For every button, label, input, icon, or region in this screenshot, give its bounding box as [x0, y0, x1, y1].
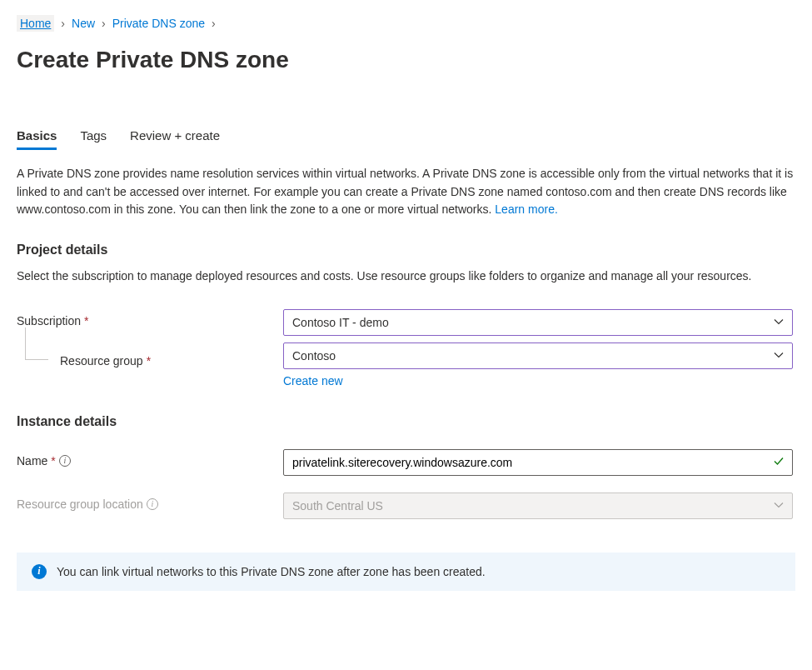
- location-select: South Central US: [283, 492, 793, 519]
- tab-basics[interactable]: Basics: [17, 123, 57, 150]
- tab-review-create[interactable]: Review + create: [130, 123, 220, 150]
- location-label: Resource group location i: [17, 492, 283, 511]
- breadcrumb-home[interactable]: Home: [17, 15, 54, 32]
- breadcrumb-private-dns-zone[interactable]: Private DNS zone: [112, 17, 205, 30]
- resource-group-label: Resource group *: [17, 342, 283, 374]
- chevron-right-icon: ›: [102, 17, 106, 30]
- indent-line-icon: [17, 348, 57, 374]
- breadcrumb: Home › New › Private DNS zone ›: [17, 15, 795, 32]
- project-details-heading: Project details: [17, 242, 795, 258]
- name-input[interactable]: [283, 449, 793, 476]
- subscription-row: Subscription * Contoso IT - demo: [17, 309, 795, 336]
- chevron-down-icon: [774, 316, 784, 329]
- zone-description: A Private DNS zone provides name resolut…: [17, 165, 795, 219]
- subscription-label: Subscription *: [17, 309, 283, 328]
- name-row: Name * i: [17, 449, 795, 476]
- resource-group-row: Resource group * Contoso Create new: [17, 342, 795, 388]
- name-label-text: Name: [17, 454, 47, 468]
- checkmark-icon: [773, 455, 785, 469]
- required-asterisk: *: [51, 454, 55, 468]
- location-label-text: Resource group location: [17, 498, 143, 511]
- resource-group-label-text: Resource group: [60, 354, 143, 368]
- info-banner-text: You can link virtual networks to this Pr…: [57, 565, 486, 578]
- location-value: South Central US: [292, 499, 383, 512]
- location-row: Resource group location i South Central …: [17, 492, 795, 519]
- description-text: A Private DNS zone provides name resolut…: [17, 167, 793, 216]
- name-label: Name * i: [17, 449, 283, 468]
- chevron-right-icon: ›: [61, 17, 65, 30]
- chevron-down-icon: [774, 499, 784, 512]
- required-asterisk: *: [147, 354, 151, 368]
- info-icon[interactable]: i: [147, 498, 158, 510]
- subscription-select[interactable]: Contoso IT - demo: [283, 309, 793, 336]
- subscription-label-text: Subscription: [17, 314, 81, 328]
- subscription-value: Contoso IT - demo: [292, 316, 389, 329]
- info-banner-icon: i: [32, 564, 47, 579]
- info-banner: i You can link virtual networks to this …: [17, 552, 795, 591]
- resource-group-value: Contoso: [292, 349, 336, 362]
- tab-tags[interactable]: Tags: [80, 123, 107, 150]
- required-asterisk: *: [84, 314, 88, 328]
- learn-more-link[interactable]: Learn more.: [495, 202, 557, 216]
- chevron-down-icon: [774, 349, 784, 362]
- tabs: Basics Tags Review + create: [17, 123, 795, 150]
- instance-details-heading: Instance details: [17, 414, 795, 429]
- project-details-sub: Select the subscription to manage deploy…: [17, 268, 795, 286]
- breadcrumb-new[interactable]: New: [72, 17, 95, 30]
- create-new-link[interactable]: Create new: [283, 374, 343, 388]
- page-title: Create Private DNS zone: [17, 47, 795, 73]
- info-icon[interactable]: i: [59, 455, 71, 467]
- resource-group-select[interactable]: Contoso: [283, 342, 793, 369]
- chevron-right-icon: ›: [212, 17, 216, 30]
